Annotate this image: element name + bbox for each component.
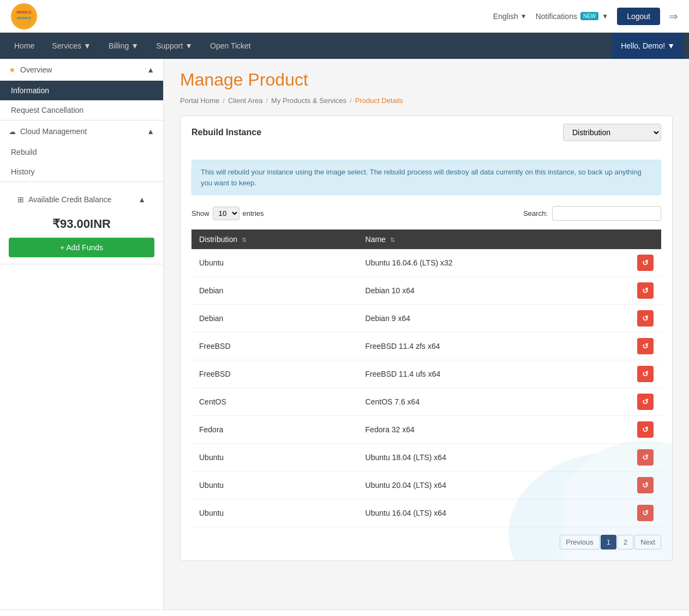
sidebar-item-request-cancel[interactable]: Request Cancellation (0, 100, 163, 120)
prev-page-button[interactable]: Previous (560, 535, 600, 549)
top-right-actions: English ▼ Notifications NEW ▼ Logout ⇒ (493, 8, 678, 25)
sidebar-item-history[interactable]: History (0, 162, 163, 182)
logout-button[interactable]: Logout (617, 8, 660, 25)
table-cell-name: FreeBSD 11.4 ufs x64 (358, 360, 630, 388)
rebuild-action-button[interactable]: ↺ (637, 338, 654, 354)
sidebar-item-rebuild[interactable]: Rebuild (0, 142, 163, 162)
nav-support[interactable]: Support ▼ (147, 33, 201, 59)
chevron-down-icon: ▼ (131, 41, 139, 50)
rebuild-action-button[interactable]: ↺ (637, 366, 654, 382)
panel-title: Rebuild Instance (191, 128, 261, 137)
table-cell-action: ↺ (630, 360, 661, 388)
table-cell-name: Ubuntu 16.04 (LTS) x64 (358, 499, 630, 527)
distributions-table: Distribution ⇅ Name ⇅ Ubuntu Ubunt (191, 230, 661, 527)
table-cell-action: ↺ (630, 416, 661, 444)
rebuild-icon: ↺ (642, 453, 649, 462)
table-row: Ubuntu Ubuntu 18.04 (LTS) x64 ↺ (191, 444, 661, 472)
panel-body: This will rebuild your instance using th… (181, 149, 672, 560)
distribution-select[interactable]: Distribution Ubuntu Debian FreeBSD CentO… (563, 124, 661, 141)
exit-icon[interactable]: ⇒ (669, 10, 678, 23)
table-head: Distribution ⇅ Name ⇅ (191, 230, 661, 249)
rebuild-action-button[interactable]: ↺ (637, 505, 654, 521)
notifications-button[interactable]: Notifications NEW ▼ (536, 12, 609, 21)
table-row: Ubuntu Ubuntu 16.04.6 (LTS) x32 ↺ (191, 249, 661, 277)
table-cell-action: ↺ (630, 333, 661, 360)
table-body: Ubuntu Ubuntu 16.04.6 (LTS) x32 ↺ Debian… (191, 249, 661, 527)
table-cell-dist: Ubuntu (191, 249, 358, 277)
chevron-down-icon: ▼ (667, 41, 675, 50)
search-area: Search: 🔍 (523, 206, 661, 221)
breadcrumb-sep: / (266, 96, 268, 105)
breadcrumb-sep: / (350, 96, 352, 105)
rebuild-action-button[interactable]: ↺ (637, 421, 654, 438)
breadcrumb-client-area[interactable]: Client Area (228, 96, 263, 105)
language-label: English (493, 12, 518, 21)
breadcrumb-portal-home[interactable]: Portal Home (180, 96, 219, 105)
table-row: Fedora Fedora 32 x64 ↺ (191, 416, 661, 444)
table-cell-dist: Debian (191, 305, 358, 333)
table-controls: Show 10 25 50 entries Search: 🔍 (191, 204, 661, 223)
page-title: Manage Product (180, 70, 673, 90)
rebuild-action-button[interactable]: ↺ (637, 394, 654, 410)
page-1-button[interactable]: 1 (601, 535, 616, 549)
language-button[interactable]: English ▼ (493, 12, 527, 21)
sidebar-section-cloud-mgmt: ☁ Cloud Management ▲ Rebuild History (0, 120, 163, 182)
table-header-row: Distribution ⇅ Name ⇅ (191, 230, 661, 249)
sort-icon: ⇅ (390, 237, 395, 243)
show-label: Show (191, 209, 209, 218)
table-cell-dist: Ubuntu (191, 472, 358, 499)
sidebar-section-credit-header[interactable]: ⊞ Available Credit Balance ▲ (9, 189, 154, 210)
notifications-label: Notifications (536, 12, 577, 21)
nav-services-label: Services (52, 41, 81, 50)
next-page-button[interactable]: Next (634, 535, 661, 549)
panel-header: Rebuild Instance Distribution Ubuntu Deb… (181, 116, 672, 149)
overview-label: Overview (20, 65, 52, 74)
col-distribution: Distribution ⇅ (191, 230, 358, 249)
nav-open-ticket[interactable]: Open Ticket (201, 33, 260, 59)
table-cell-action: ↺ (630, 472, 661, 499)
table-cell-name: Ubuntu 20.04 (LTS) x64 (358, 472, 630, 499)
table-cell-name: Debian 9 x64 (358, 305, 630, 333)
table-cell-action: ↺ (630, 444, 661, 472)
add-funds-button[interactable]: + Add Funds (9, 238, 154, 257)
page-2-button[interactable]: 2 (618, 535, 633, 549)
footer: Copyright © 2021 WHMCSModule Networks. A… (0, 609, 689, 616)
nav-billing[interactable]: Billing ▼ (100, 33, 147, 59)
rebuild-icon: ↺ (642, 258, 649, 267)
nav-services[interactable]: Services ▼ (43, 33, 100, 59)
table-cell-name: Ubuntu 16.04.6 (LTS) x32 (358, 249, 630, 277)
table-row: CentOS CentOS 7.6 x64 ↺ (191, 388, 661, 416)
rebuild-action-button[interactable]: ↺ (637, 310, 654, 327)
entries-select[interactable]: 10 25 50 (213, 207, 239, 220)
table-row: Ubuntu Ubuntu 20.04 (LTS) x64 ↺ (191, 472, 661, 499)
new-badge: NEW (580, 12, 598, 20)
breadcrumb-my-products[interactable]: My Products & Services (271, 96, 346, 105)
search-wrapper: 🔍 (552, 206, 661, 221)
sidebar-section-cloud-header[interactable]: ☁ Cloud Management ▲ (0, 120, 163, 142)
rebuild-action-button[interactable]: ↺ (637, 449, 654, 466)
nav-billing-label: Billing (109, 41, 129, 50)
table-row: FreeBSD FreeBSD 11.4 ufs x64 ↺ (191, 360, 661, 388)
history-label: History (11, 167, 35, 176)
chevron-down-icon: ▼ (602, 13, 608, 20)
nav-home-label: Home (14, 41, 34, 50)
nav-support-label: Support (156, 41, 183, 50)
rebuild-panel: Rebuild Instance Distribution Ubuntu Deb… (180, 116, 673, 561)
main-layout: ★ Overview ▲ Information Request Cancell… (0, 59, 689, 609)
cloud-icon: ☁ (9, 128, 16, 136)
cloud-mgmt-label: Cloud Management (20, 127, 87, 136)
sidebar-section-overview-header[interactable]: ★ Overview ▲ (0, 59, 163, 81)
table-row: Debian Debian 10 x64 ↺ (191, 277, 661, 305)
rebuild-icon: ↺ (642, 397, 649, 406)
pagination: Previous 1 2 Next (191, 535, 661, 549)
rebuild-action-button[interactable]: ↺ (637, 477, 654, 493)
logo-area: WHMCS MODULE (11, 3, 40, 29)
search-input[interactable] (552, 206, 661, 221)
nav-home[interactable]: Home (5, 33, 43, 59)
rebuild-action-button[interactable]: ↺ (637, 255, 654, 271)
sidebar-item-information[interactable]: Information (0, 81, 163, 100)
rebuild-action-button[interactable]: ↺ (637, 282, 654, 299)
table-cell-dist: Ubuntu (191, 444, 358, 472)
star-icon: ★ (9, 65, 16, 74)
nav-user-button[interactable]: Hello, Demo! ▼ (612, 33, 684, 59)
